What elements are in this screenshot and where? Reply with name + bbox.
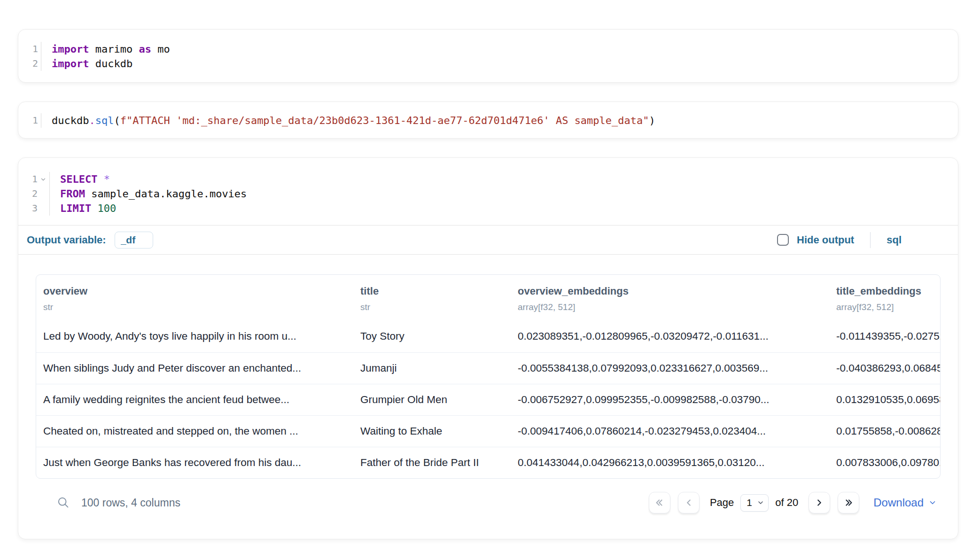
chevron-down-icon xyxy=(928,498,937,507)
first-page-button[interactable] xyxy=(649,492,670,513)
code-text[interactable]: duckdb.sql(f"ATTACH 'md:_share/sample_da… xyxy=(41,113,655,128)
chevron-right-icon xyxy=(814,498,824,508)
code-line: 2 import duckdb xyxy=(18,56,958,71)
code-line: 1 import marimo as mo xyxy=(18,42,958,56)
code-cell-attach[interactable]: 1 duckdb.sql(f"ATTACH 'md:_share/sample_… xyxy=(18,101,958,139)
line-number: 2 xyxy=(32,56,38,71)
cell-overview: When siblings Judy and Peter discover an… xyxy=(36,352,353,384)
output-variable-label: Output variable: xyxy=(27,234,106,246)
cell-overview: Led by Woody, Andy's toys live happily i… xyxy=(36,321,353,352)
previous-page-button[interactable] xyxy=(678,492,700,513)
sql-code-editor[interactable]: 1 SELECT * 2 FROM sample_data.kaggle.mov… xyxy=(18,172,958,216)
table-row[interactable]: Led by Woody, Andy's toys live happily i… xyxy=(36,321,941,352)
column-header-overview[interactable]: overview str xyxy=(36,275,353,321)
output-variable-input[interactable] xyxy=(115,232,153,249)
cell-overview-embeddings: 0.023089351,-0.012809965,-0.03209472,-0.… xyxy=(511,321,829,352)
cell-title-embeddings: 0.007833006,0.097801 xyxy=(829,447,941,478)
column-header-overview-embeddings[interactable]: overview_embeddings array[f32, 512] xyxy=(511,275,829,321)
dataframe-table: overview str title str overview_embeddin… xyxy=(36,274,941,479)
code-text[interactable]: SELECT * xyxy=(49,172,110,187)
cell-title-embeddings: -0.011439355,-0.02752 xyxy=(829,321,941,352)
code-line: 3 LIMIT 100 xyxy=(18,201,958,216)
chevrons-left-icon xyxy=(654,498,665,508)
pagination: Page 1 of 20 xyxy=(649,492,937,513)
cell-overview-embeddings: -0.0055384138,0.07992093,0.023316627,0.0… xyxy=(511,352,829,384)
hide-output-label: Hide output xyxy=(797,234,854,246)
next-page-button[interactable] xyxy=(809,492,830,513)
language-badge[interactable]: sql xyxy=(887,234,902,246)
line-number: 1 xyxy=(32,42,38,56)
line-number: 1 xyxy=(32,113,38,128)
cell-title: Toy Story xyxy=(353,321,511,352)
code-text[interactable]: import duckdb xyxy=(41,56,132,71)
page-label: Page xyxy=(710,497,734,509)
last-page-button[interactable] xyxy=(838,492,859,513)
row-count-summary: 100 rows, 4 columns xyxy=(81,497,180,509)
cell-overview-embeddings: -0.009417406,0.07860214,-0.023279453,0.0… xyxy=(511,415,829,447)
code-line: 1 duckdb.sql(f"ATTACH 'md:_share/sample_… xyxy=(18,113,958,128)
download-label: Download xyxy=(873,496,924,509)
search-icon[interactable] xyxy=(57,496,70,509)
cell-title: Waiting to Exhale xyxy=(353,415,511,447)
line-number: 1 xyxy=(32,172,38,187)
chevrons-right-icon xyxy=(843,498,854,508)
table-row[interactable]: Just when George Banks has recovered fro… xyxy=(36,447,941,478)
code-line: 2 FROM sample_data.kaggle.movies xyxy=(18,187,958,201)
page-number-select[interactable]: 1 xyxy=(740,494,769,512)
cell-overview-embeddings: -0.006752927,0.099952355,-0.009982588,-0… xyxy=(511,384,829,415)
code-text[interactable]: import marimo as mo xyxy=(41,42,170,56)
download-button[interactable]: Download xyxy=(873,496,937,509)
table-row[interactable]: A family wedding reignites the ancient f… xyxy=(36,384,941,415)
cell-overview: Just when George Banks has recovered fro… xyxy=(36,447,353,478)
table-row[interactable]: Cheated on, mistreated and stepped on, t… xyxy=(36,415,941,447)
fold-chevron-down-icon[interactable] xyxy=(40,176,47,183)
cell-overview: A family wedding reignites the ancient f… xyxy=(36,384,353,415)
sql-cell[interactable]: 1 SELECT * 2 FROM sample_data.kaggle.mov… xyxy=(18,157,958,539)
cell-title: Father of the Bride Part II xyxy=(353,447,511,478)
cell-title: Jumanji xyxy=(353,352,511,384)
page-total-label: of 20 xyxy=(775,497,798,509)
cell-title-embeddings: 0.01755858,-0.0086286 xyxy=(829,415,941,447)
divider xyxy=(870,232,871,248)
code-text[interactable]: FROM sample_data.kaggle.movies xyxy=(49,187,247,201)
page-number-value: 1 xyxy=(747,497,752,508)
table-header-row: overview str title str overview_embeddin… xyxy=(36,275,941,321)
cell-overview-embeddings: 0.041433044,0.042966213,0.0039591365,0.0… xyxy=(511,447,829,478)
line-number: 3 xyxy=(32,201,38,216)
code-line: 1 SELECT * xyxy=(18,172,958,187)
code-cell-imports[interactable]: 1 import marimo as mo 2 import duckdb xyxy=(18,29,958,83)
cell-title-embeddings: 0.0132910535,0.06958 xyxy=(829,384,941,415)
cell-title-embeddings: -0.040386293,0.068451 xyxy=(829,352,941,384)
table-footer: 100 rows, 4 columns Page 1 xyxy=(36,479,941,539)
chevron-down-icon xyxy=(757,499,764,506)
cell-overview: Cheated on, mistreated and stepped on, t… xyxy=(36,415,353,447)
hide-output-checkbox[interactable] xyxy=(777,234,789,246)
column-header-title-embeddings[interactable]: title_embeddings array[f32, 512] xyxy=(829,275,941,321)
sql-output: overview str title str overview_embeddin… xyxy=(18,255,958,539)
cell-title: Grumpier Old Men xyxy=(353,384,511,415)
column-header-title[interactable]: title str xyxy=(353,275,511,321)
chevron-left-icon xyxy=(684,498,694,508)
code-text[interactable]: LIMIT 100 xyxy=(49,201,116,216)
table-row[interactable]: When siblings Judy and Peter discover an… xyxy=(36,352,941,384)
line-number: 2 xyxy=(32,187,38,201)
sql-cell-toolbar: Output variable: Hide output sql xyxy=(18,226,958,255)
